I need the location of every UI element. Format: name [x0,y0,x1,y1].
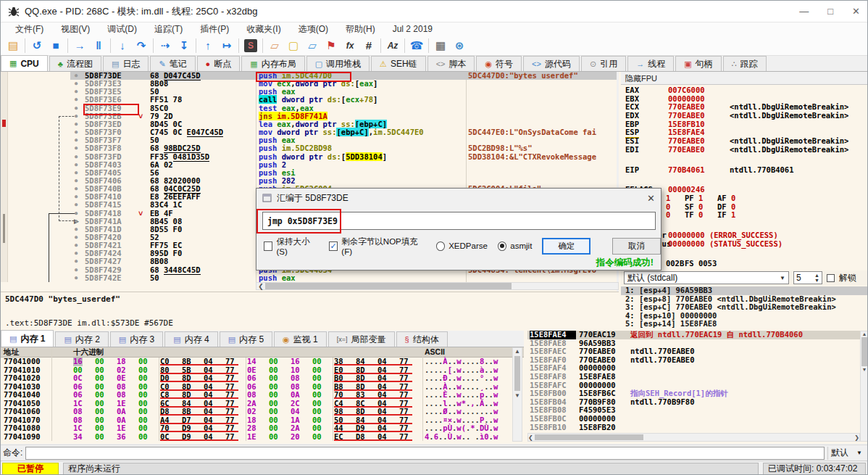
breakpoint-dot[interactable]: ● [72,266,80,274]
breakpoint-dot[interactable]: ● [72,153,80,161]
dump-byte[interactable]: C0 [160,358,170,366]
dump-byte[interactable]: 8D [356,408,365,416]
tab-内存布局[interactable]: ▦内存布局 [241,56,304,71]
dump-byte[interactable]: D0 [160,374,170,383]
run-icon[interactable]: → [70,37,89,54]
scrollbar-thumb[interactable] [265,283,512,289]
stack-panel[interactable]: 15E8FAE4770EAC19返回到 ntdll.770EAC19 自 ntd… [527,331,860,444]
dump-byte[interactable]: 00 [95,408,104,416]
breakpoint-dot[interactable]: ● [72,144,80,152]
breakpoint-dot[interactable]: ● [72,218,80,226]
dump-byte[interactable]: 00 [269,391,278,400]
breakpoint-dot[interactable]: ● [72,80,80,88]
dump-byte[interactable]: 00 [312,424,322,433]
breakpoint-dot[interactable]: ● [72,185,80,193]
minimize-button[interactable]: — [799,6,809,17]
dump-row[interactable]: 77041090340036000CD904771E002000ECD80477… [1,433,524,442]
comment-icon[interactable]: ▢ [284,37,303,54]
execute-till-return-icon[interactable]: ↧ [175,37,193,54]
dump-byte[interactable]: 98 [334,408,343,416]
dump-byte[interactable]: 04 [377,391,387,400]
tab-内存 2[interactable]: ▤内存 2 [55,331,108,347]
breakpoint-dot[interactable]: ● [72,226,80,234]
dump-byte[interactable]: 08 [117,391,126,400]
breakpoint-dot[interactable]: ● [72,112,80,120]
dump-byte[interactable]: 16 [73,358,83,366]
tab-线程[interactable]: →线程 [627,56,674,71]
stack-row[interactable]: 15E8FB0C00000000 [527,415,860,424]
stop-icon[interactable]: ■ [46,37,65,54]
dump-vertical-scrollbar[interactable]: ▲▼ [512,347,522,442]
dump-byte[interactable]: 04 [377,358,387,366]
dump-byte[interactable]: 8B [182,408,191,416]
menu-item-6[interactable]: 选项(O) [290,23,337,36]
tab-内存 4[interactable]: ▤内存 4 [164,331,217,347]
tab-内存 5[interactable]: ▤内存 5 [220,331,272,347]
dump-byte[interactable]: 77 [399,424,409,433]
breakpoint-dot[interactable]: ● [72,169,80,177]
asmjit-radio[interactable] [498,241,506,251]
dump-byte[interactable]: 77 [399,391,409,400]
dump-byte[interactable]: 77 [225,374,235,383]
dump-byte[interactable]: 04 [204,408,213,416]
argument-row[interactable]: 1: [esp+4] 96A59BB3 [621,286,868,295]
dump-byte[interactable]: 34 [73,433,83,442]
breakpoint-dot[interactable]: ● [72,161,80,169]
dump-byte[interactable]: 44 [334,424,343,433]
dump-byte[interactable]: 04 [204,374,213,383]
dump-byte[interactable]: 04 [377,433,387,442]
xedparse-radio[interactable] [436,241,445,251]
breakpoint-dot[interactable]: ● [72,241,80,249]
animate-icon[interactable]: S [241,37,260,54]
dump-byte[interactable]: 36 [117,433,126,442]
run-trace-icon[interactable]: ⇢ [156,37,175,54]
dump-byte[interactable]: 0E [117,374,126,383]
dump-byte[interactable]: 38 [334,358,343,366]
breakpoint-dot[interactable]: ● [72,210,80,218]
label-icon[interactable]: ▱ [303,37,322,54]
dump-byte[interactable]: 77 [399,358,409,366]
dump-byte[interactable]: 00 [138,374,148,383]
dump-byte[interactable]: 77 [399,408,409,416]
dump-byte[interactable]: 00 [269,433,278,442]
az-icon[interactable]: Az [383,37,402,54]
breakpoint-dot[interactable]: ● [72,249,80,257]
breakpoint-dot[interactable]: ● [72,72,80,80]
dump-byte[interactable]: 77 [225,408,235,416]
dump-byte[interactable]: 1E [247,433,256,442]
dump-byte[interactable]: 14 [247,358,256,366]
dump-byte[interactable]: 28 [247,424,256,433]
breakpoint-dot[interactable]: ● [72,96,80,104]
menu-item-5[interactable]: 收藏夹(I) [238,23,289,36]
bookmark-icon[interactable]: ⚑ [322,37,341,54]
tab-引用[interactable]: ⊙引用 [581,56,626,71]
close-button[interactable]: ✕ [852,6,860,17]
dump-byte[interactable]: 2A [291,424,300,433]
breakpoint-dot[interactable]: ● [72,104,80,112]
dump-byte[interactable]: 1E [117,424,126,433]
stack-row[interactable]: 15E8FB0015E8FB6C指向SEH_Record[1]的指针 [527,389,860,398]
stack-row[interactable]: 15E8FAF0770EABE0ntdll.770EABE0 [527,356,860,365]
dump-byte[interactable]: 00 [312,391,322,400]
menu-item-4[interactable]: 插件(P) [191,23,238,36]
tab-局部变量[interactable]: [x=]局部变量 [328,331,395,347]
hide-fpu-button[interactable]: 隐藏FPU [621,72,868,85]
dump-byte[interactable]: 04 [204,433,213,442]
dump-byte[interactable]: 70 [160,424,170,433]
dump-byte[interactable]: D9 [182,424,191,433]
dump-byte[interactable]: 06 [247,374,256,383]
stack-row[interactable]: 15E8FAF815E8FAE8 [527,373,860,381]
breakpoint-dot[interactable]: ● [72,257,80,265]
dump-byte[interactable]: 70 [334,391,343,400]
dump-byte[interactable]: 08 [73,408,83,416]
assembly-instruction-input[interactable]: jmp 0x5D8F73E9 [262,212,656,230]
dump-byte[interactable]: 0A [291,391,300,400]
dump-byte[interactable]: 00 [95,433,104,442]
dump-byte[interactable]: 08 [247,391,256,400]
dump-byte[interactable]: 77 [225,391,235,400]
menu-item-8[interactable]: Jul 2 2019 [384,24,441,34]
dump-byte[interactable]: D9 [356,424,365,433]
dump-byte[interactable]: 00 [138,424,148,433]
dump-byte[interactable]: C8 [160,391,170,400]
stack-row[interactable]: 15E8FAF400000000 [527,364,860,373]
